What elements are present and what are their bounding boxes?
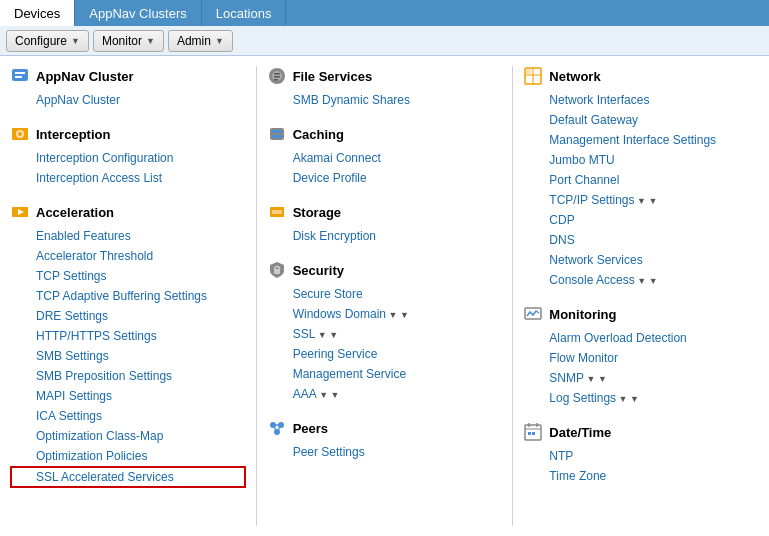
snmp-link[interactable]: SNMP ▼ [523, 368, 759, 388]
storage-icon [267, 202, 287, 222]
windows-domain-link[interactable]: Windows Domain ▼ [267, 304, 503, 324]
ntp-link[interactable]: NTP [523, 446, 759, 466]
cdp-link[interactable]: CDP [523, 210, 759, 230]
section-monitoring: MonitoringAlarm Overload DetectionFlow M… [523, 304, 759, 408]
column-col1: AppNav ClusterAppNav ClusterInterception… [0, 66, 257, 526]
tab-devices[interactable]: Devices [0, 0, 75, 26]
admin-label: Admin [177, 34, 211, 48]
interception-config-link[interactable]: Interception Configuration [10, 148, 246, 168]
peer-settings-link[interactable]: Peer Settings [267, 442, 503, 462]
admin-button[interactable]: Admin▼ [168, 30, 233, 52]
section-title-network: Network [549, 69, 600, 84]
ssl-link[interactable]: SSL ▼ [267, 324, 503, 344]
svg-rect-15 [272, 135, 282, 138]
dre-settings-link[interactable]: DRE Settings [10, 306, 246, 326]
secure-store-link[interactable]: Secure Store [267, 284, 503, 304]
mgmt-interface-link[interactable]: Management Interface Settings [523, 130, 759, 150]
log-settings-link[interactable]: Log Settings ▼ [523, 388, 759, 408]
port-channel-link[interactable]: Port Channel [523, 170, 759, 190]
optimization-policies-link[interactable]: Optimization Policies [10, 446, 246, 466]
dropdown-arrow-icon: ▼ [71, 36, 80, 46]
section-header-security: Security [267, 260, 503, 280]
section-title-monitoring: Monitoring [549, 307, 616, 322]
section-storage: StorageDisk Encryption [267, 202, 503, 246]
flow-monitor-link[interactable]: Flow Monitor [523, 348, 759, 368]
tcp-settings-link[interactable]: TCP Settings [10, 266, 246, 286]
timezone-link[interactable]: Time Zone [523, 466, 759, 486]
akamai-connect-link[interactable]: Akamai Connect [267, 148, 503, 168]
tcpip-settings-link[interactable]: TCP/IP Settings ▼ [523, 190, 759, 210]
console-access-link[interactable]: Console Access ▼ [523, 270, 759, 290]
aaa-link[interactable]: AAA ▼ [267, 384, 503, 404]
dropdown-arrow-icon: ▼ [386, 310, 397, 320]
acceleration-icon [10, 202, 30, 222]
section-header-interception: Interception [10, 124, 246, 144]
disk-encryption-link[interactable]: Disk Encryption [267, 226, 503, 246]
ica-settings-link[interactable]: ICA Settings [10, 406, 246, 426]
dropdown-arrow-icon: ▼ [635, 196, 646, 206]
dns-link[interactable]: DNS [523, 230, 759, 250]
dropdown-arrow-icon: ▼ [215, 36, 224, 46]
section-appnav-cluster: AppNav ClusterAppNav Cluster [10, 66, 246, 110]
section-header-acceleration: Acceleration [10, 202, 246, 222]
alarm-overload-link[interactable]: Alarm Overload Detection [523, 328, 759, 348]
section-title-appnav-cluster: AppNav Cluster [36, 69, 134, 84]
interception-access-link[interactable]: Interception Access List [10, 168, 246, 188]
section-network: NetworkNetwork InterfacesDefault Gateway… [523, 66, 759, 290]
svg-rect-29 [526, 69, 531, 74]
dropdown-arrow-icon: ▼ [616, 394, 627, 404]
svg-rect-13 [270, 128, 284, 140]
section-file-services: File ServicesSMB Dynamic Shares [267, 66, 503, 110]
peering-service-link[interactable]: Peering Service [267, 344, 503, 364]
optimization-classmap-link[interactable]: Optimization Class-Map [10, 426, 246, 446]
default-gateway-link[interactable]: Default Gateway [523, 110, 759, 130]
monitoring-icon [523, 304, 543, 324]
section-acceleration: AccelerationEnabled FeaturesAccelerator … [10, 202, 246, 488]
management-service-link[interactable]: Management Service [267, 364, 503, 384]
smb-preposition-link[interactable]: SMB Preposition Settings [10, 366, 246, 386]
tcp-adaptive-link[interactable]: TCP Adaptive Buffering Settings [10, 286, 246, 306]
section-title-security: Security [293, 263, 344, 278]
dropdown-arrow-icon: ▼ [584, 374, 595, 384]
caching-icon [267, 124, 287, 144]
accelerator-threshold-link[interactable]: Accelerator Threshold [10, 246, 246, 266]
section-peers: PeersPeer Settings [267, 418, 503, 462]
appnav-cluster-link[interactable]: AppNav Cluster [10, 90, 246, 110]
section-header-file-services: File Services [267, 66, 503, 86]
peers-icon [267, 418, 287, 438]
smb-dynamic-link[interactable]: SMB Dynamic Shares [267, 90, 503, 110]
section-title-datetime: Date/Time [549, 425, 611, 440]
section-header-monitoring: Monitoring [523, 304, 759, 324]
section-datetime: Date/TimeNTPTime Zone [523, 422, 759, 486]
section-header-appnav-cluster: AppNav Cluster [10, 66, 246, 86]
column-col2: File ServicesSMB Dynamic SharesCachingAk… [257, 66, 514, 526]
tab-bar: DevicesAppNav ClustersLocations [0, 0, 769, 26]
smb-settings-link[interactable]: SMB Settings [10, 346, 246, 366]
tab-appnav-clusters[interactable]: AppNav Clusters [75, 0, 202, 26]
svg-rect-10 [274, 73, 280, 75]
enabled-features-link[interactable]: Enabled Features [10, 226, 246, 246]
mapi-settings-link[interactable]: MAPI Settings [10, 386, 246, 406]
configure-button[interactable]: Configure▼ [6, 30, 89, 52]
monitor-button[interactable]: Monitor▼ [93, 30, 164, 52]
network-services-link[interactable]: Network Services [523, 250, 759, 270]
dropdown-arrow-icon: ▼ [317, 390, 328, 400]
section-header-storage: Storage [267, 202, 503, 222]
network-interfaces-link[interactable]: Network Interfaces [523, 90, 759, 110]
section-header-network: Network [523, 66, 759, 86]
ssl-accelerated-link[interactable]: SSL Accelerated Services [10, 466, 246, 488]
section-title-storage: Storage [293, 205, 341, 220]
svg-rect-17 [272, 210, 282, 214]
svg-rect-14 [272, 130, 282, 133]
device-profile-link[interactable]: Device Profile [267, 168, 503, 188]
security-icon [267, 260, 287, 280]
section-header-datetime: Date/Time [523, 422, 759, 442]
svg-rect-0 [12, 69, 28, 81]
tab-locations[interactable]: Locations [202, 0, 287, 26]
section-caching: CachingAkamai ConnectDevice Profile [267, 124, 503, 188]
section-title-acceleration: Acceleration [36, 205, 114, 220]
dropdown-arrow-icon: ▼ [315, 330, 326, 340]
configure-label: Configure [15, 34, 67, 48]
jumbo-mtu-link[interactable]: Jumbo MTU [523, 150, 759, 170]
http-settings-link[interactable]: HTTP/HTTPS Settings [10, 326, 246, 346]
